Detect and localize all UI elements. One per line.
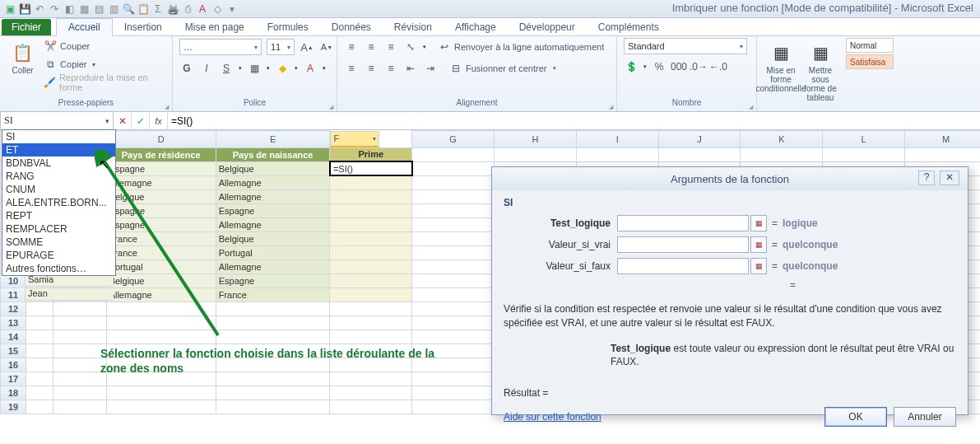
tab-formulas[interactable]: Formules: [256, 19, 320, 35]
cell[interactable]: France: [106, 231, 216, 245]
insert-function-button[interactable]: fx: [150, 112, 168, 129]
col-header[interactable]: E: [216, 131, 330, 148]
cell[interactable]: [330, 245, 412, 259]
cell[interactable]: [216, 329, 330, 344]
formula-input[interactable]: [168, 112, 980, 129]
cell[interactable]: [216, 315, 330, 329]
tab-insert[interactable]: Insertion: [113, 19, 174, 35]
cell[interactable]: [330, 259, 412, 273]
align-top-icon[interactable]: ≡: [344, 40, 359, 54]
dialog-help-button[interactable]: ?: [918, 171, 935, 185]
col-header[interactable]: I: [576, 131, 658, 148]
underline-button[interactable]: S: [219, 61, 234, 76]
italic-button[interactable]: I: [199, 61, 214, 76]
qat-icon[interactable]: ▤: [92, 2, 105, 16]
font-name-select[interactable]: …: [179, 39, 262, 55]
indent-dec-icon[interactable]: ⇤: [403, 61, 418, 76]
name-box-option[interactable]: SI: [2, 130, 115, 143]
qat-icon[interactable]: 🔍: [122, 2, 135, 16]
conditional-format-button[interactable]: ▦ Mise en forme conditionnelle: [764, 38, 798, 93]
cell[interactable]: [412, 273, 495, 287]
cell[interactable]: [330, 386, 412, 400]
dialog-close-button[interactable]: ✕: [940, 171, 959, 185]
col-header[interactable]: G: [412, 131, 495, 148]
cell[interactable]: France: [216, 287, 330, 301]
cell[interactable]: [412, 161, 495, 175]
row-header[interactable]: 17: [1, 372, 26, 386]
cell[interactable]: [495, 147, 577, 161]
align-right-icon[interactable]: ≡: [383, 61, 398, 76]
cell-styles-gallery[interactable]: Normal Satisfaisa: [846, 38, 894, 69]
tab-layout[interactable]: Mise en page: [174, 19, 256, 35]
cut-button[interactable]: ✂️Couper: [44, 38, 165, 54]
qat-icon[interactable]: ◧: [63, 2, 76, 16]
cell[interactable]: Jean: [25, 287, 114, 301]
cell[interactable]: [412, 189, 495, 203]
undo-icon[interactable]: ↶: [33, 2, 46, 16]
cell[interactable]: Belgique: [106, 273, 216, 287]
row-header[interactable]: 14: [1, 329, 26, 344]
number-format-select[interactable]: Standard: [624, 38, 747, 54]
cell[interactable]: Allemagne: [216, 217, 330, 231]
merge-center-button[interactable]: ⊟Fusionner et centrer▾: [449, 60, 556, 77]
cell[interactable]: [576, 147, 658, 161]
cell[interactable]: [330, 273, 412, 287]
table-header-cell[interactable]: Pays de naissance: [216, 147, 330, 161]
copy-button[interactable]: ⧉Copier▾: [44, 56, 165, 72]
cell[interactable]: Espagne: [216, 203, 330, 217]
cell[interactable]: Allemagne: [106, 287, 216, 301]
cell[interactable]: [330, 315, 412, 329]
cell[interactable]: [823, 147, 905, 161]
arg-input[interactable]: [617, 236, 749, 253]
grow-font-icon[interactable]: A▲: [300, 40, 314, 54]
name-box-option[interactable]: ALEA.ENTRE.BORN...: [2, 196, 115, 209]
cell[interactable]: [330, 175, 412, 189]
cell[interactable]: [106, 400, 216, 414]
cancel-formula-button[interactable]: ✕: [114, 112, 132, 129]
col-header[interactable]: J: [658, 131, 741, 148]
name-box-dropdown[interactable]: SIETBDNBVALRANGCNUMALEA.ENTRE.BORN...REP…: [2, 129, 116, 276]
qat-font-red-icon[interactable]: A: [196, 2, 209, 16]
bold-button[interactable]: G: [179, 61, 194, 76]
cell[interactable]: [216, 301, 330, 315]
cell[interactable]: [330, 329, 412, 344]
table-header-cell[interactable]: Prime: [330, 147, 412, 161]
name-box-option[interactable]: ET: [2, 143, 115, 157]
border-button[interactable]: ▦: [247, 61, 262, 76]
cell[interactable]: Allemagne: [216, 189, 330, 203]
cell[interactable]: Belgique: [216, 161, 330, 175]
name-box-option[interactable]: RANG: [2, 170, 115, 183]
cell[interactable]: France: [106, 245, 216, 259]
cell[interactable]: [106, 329, 216, 344]
cell[interactable]: [26, 386, 53, 400]
cell[interactable]: [330, 301, 412, 315]
cell[interactable]: [412, 147, 495, 161]
row-header[interactable]: 11: [1, 287, 26, 301]
cell[interactable]: =SI(): [330, 161, 412, 175]
align-center-icon[interactable]: ≡: [364, 61, 379, 76]
cell[interactable]: [412, 329, 495, 344]
currency-icon[interactable]: 💲: [624, 59, 639, 74]
shrink-font-icon[interactable]: A▼: [319, 40, 334, 54]
qat-icon[interactable]: Σ: [151, 2, 165, 16]
font-color-button[interactable]: A: [303, 61, 318, 76]
tab-home[interactable]: Accueil: [56, 18, 113, 36]
align-left-icon[interactable]: ≡: [344, 61, 359, 76]
cell[interactable]: Portugal: [106, 259, 216, 273]
cell[interactable]: [216, 386, 330, 400]
row-header[interactable]: 15: [1, 344, 26, 358]
cell[interactable]: [53, 386, 106, 400]
cell[interactable]: [412, 315, 495, 329]
cell[interactable]: [53, 372, 106, 386]
format-painter-button[interactable]: 🖌️Reproduire la mise en forme: [44, 74, 165, 91]
arg-input[interactable]: [617, 215, 749, 231]
row-header[interactable]: 19: [1, 400, 26, 414]
cell[interactable]: [53, 358, 106, 372]
cell[interactable]: [412, 301, 495, 315]
name-box-option[interactable]: EPURAGE: [2, 249, 115, 262]
cell[interactable]: [106, 301, 216, 315]
cell[interactable]: Allemagne: [106, 175, 216, 189]
cell[interactable]: [412, 245, 495, 259]
qat-icon[interactable]: ▥: [107, 2, 120, 16]
tab-file[interactable]: Fichier: [2, 19, 51, 35]
